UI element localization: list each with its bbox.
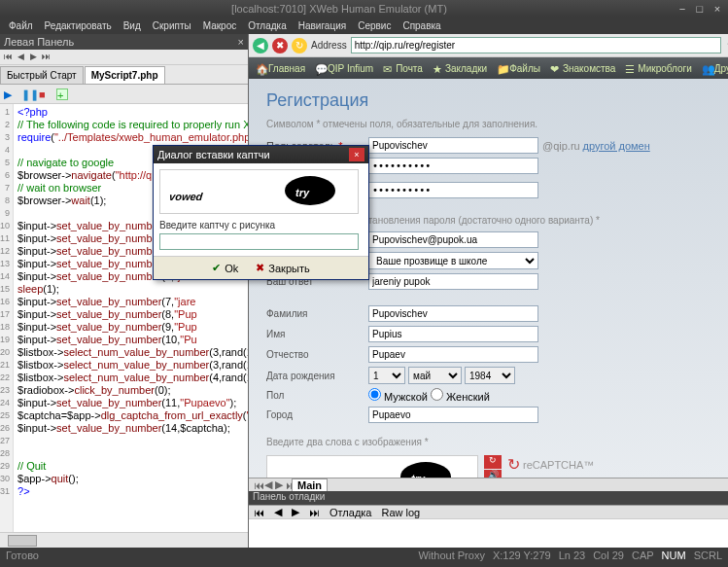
sex-m-radio[interactable] — [368, 388, 381, 401]
status-cap: CAP — [632, 549, 654, 561]
nav-tab-0[interactable]: 🏠Главная — [253, 61, 308, 76]
dialog-label: Введите каптчу с рисунка — [159, 220, 363, 230]
tab-main[interactable]: Main — [292, 478, 328, 492]
stop-icon[interactable]: ■ — [39, 89, 51, 100]
h-scrollbar[interactable] — [0, 532, 248, 548]
editor-tab-1[interactable]: MyScript7.php — [85, 66, 165, 84]
window-title: [localhost:7010] XWeb Human Emulator (MT… — [4, 3, 675, 15]
editor-tab-0[interactable]: Быстрый Старт — [0, 66, 84, 84]
browser-tabs: ⏮◀▶⏭Main — [249, 478, 728, 491]
bt-first-icon[interactable]: ⏮ — [249, 479, 260, 491]
dob-month[interactable]: май — [408, 367, 462, 384]
menu-Макрос[interactable]: Макрос — [198, 18, 242, 33]
menu-Сервис[interactable]: Сервис — [353, 18, 396, 33]
other-domain-link[interactable]: другой домен — [582, 140, 649, 152]
nav-tab-6[interactable]: ☰Микроблоги — [622, 61, 694, 76]
run-icon[interactable]: ▶ — [4, 89, 16, 100]
max-icon[interactable]: □ — [693, 3, 707, 15]
nav-first-icon[interactable]: ⏮ — [2, 52, 14, 63]
answer-input[interactable] — [368, 273, 538, 290]
menu-Редактировать[interactable]: Редактировать — [40, 18, 117, 33]
menubar: ФайлРедактироватьВидСкриптыМакросОтладка… — [0, 17, 728, 34]
status-scrl: SCRL — [694, 549, 722, 561]
nav-tab-7[interactable]: 👥Друзья — [699, 61, 728, 76]
form-note: Символом * отмечены поля, обязательные д… — [266, 119, 728, 129]
lastname-label: Фамилия — [266, 308, 368, 319]
bt-next-icon[interactable]: ▶ — [270, 478, 281, 491]
svg-point-4 — [285, 176, 335, 205]
stop-load-icon[interactable]: ✖ — [272, 38, 288, 53]
dialog-cancel-button[interactable]: ✖Закрыть — [256, 262, 309, 274]
status-pos: X:129 Y:279 — [493, 549, 551, 561]
editor-tabs: Быстрый СтартMyScript7.php — [0, 65, 248, 85]
dialog-captcha-image: vowedtry — [159, 169, 359, 214]
close-icon[interactable]: × — [711, 3, 724, 15]
page-title: Регистрация — [266, 90, 728, 111]
pass-input[interactable] — [368, 158, 538, 174]
menu-Скрипты[interactable]: Скрипты — [148, 18, 196, 33]
dob-day[interactable]: 1 — [368, 367, 405, 384]
nav-tab-5[interactable]: ❤Знакомства — [547, 61, 618, 76]
city-label: Город — [266, 409, 368, 420]
nav-prev-icon[interactable]: ◀ — [15, 52, 26, 63]
status-ready: Готово — [6, 549, 39, 561]
secret-select[interactable]: Ваше прозвище в школе — [368, 252, 538, 269]
svg-text:try: try — [295, 187, 310, 198]
menu-Файл[interactable]: Файл — [4, 18, 38, 33]
panel-close-icon[interactable]: × — [238, 36, 244, 48]
min-icon[interactable]: − — [676, 3, 689, 15]
menu-Навигация[interactable]: Навигация — [294, 18, 351, 33]
titlebar: [localhost:7010] XWeb Human Emulator (MT… — [0, 0, 728, 17]
dialog-ok-button[interactable]: ✔Ok — [212, 262, 238, 274]
email-input[interactable] — [368, 231, 538, 248]
dialog-close-icon[interactable]: × — [349, 148, 364, 161]
dob-label: Дата рождения — [266, 371, 368, 381]
menu-Справка[interactable]: Справка — [398, 18, 445, 33]
dob-year[interactable]: 1984 — [465, 367, 515, 384]
captcha-label: Введите два слова с изображения * — [266, 437, 728, 447]
status-ln: Ln 23 — [559, 549, 586, 561]
status-col: Col 29 — [593, 549, 624, 561]
nav-tab-3[interactable]: ★Закладки — [430, 61, 490, 76]
captcha-image: vowedtry — [266, 455, 478, 478]
middle-label: Отчество — [266, 349, 368, 360]
user-input[interactable] — [368, 137, 538, 154]
captcha-dialog: Диалог вставки каптчи× vowedtry Введите … — [153, 145, 369, 280]
menu-Отладка[interactable]: Отладка — [243, 18, 292, 33]
nav-last-icon[interactable]: ⏭ — [40, 52, 52, 63]
status-num: NUM — [662, 549, 686, 561]
middle-input[interactable] — [368, 346, 538, 363]
sex-label: Пол — [266, 390, 368, 401]
recaptcha-logo: ↻reCAPTCHA™ — [507, 455, 594, 474]
left-panel-header: Левая Панель× — [0, 34, 248, 50]
debug-tab-1[interactable]: Отладка — [325, 507, 376, 518]
dialog-captcha-input[interactable] — [159, 233, 359, 250]
nav-tab-1[interactable]: 💬QIP Infium — [312, 61, 376, 76]
firstname-label: Имя — [266, 329, 368, 339]
bt-last-icon[interactable]: ⏭ — [281, 479, 292, 491]
nav-tab-2[interactable]: ✉Почта — [380, 61, 426, 76]
add-icon[interactable]: + — [56, 89, 68, 100]
lastname-input[interactable] — [368, 305, 538, 322]
address-label: Address — [311, 40, 347, 51]
debug-header: Панель отладки — [249, 491, 728, 505]
bt-prev-icon[interactable]: ◀ — [260, 478, 270, 491]
firstname-input[interactable] — [368, 326, 538, 342]
pause-icon[interactable]: ❚❚ — [21, 89, 33, 100]
svg-text:vowed: vowed — [168, 191, 203, 202]
reload-icon[interactable]: ↻ — [292, 38, 307, 53]
nav-next-icon[interactable]: ▶ — [27, 52, 39, 63]
sex-f-radio[interactable] — [431, 388, 443, 401]
pass2-input[interactable] — [368, 182, 538, 198]
address-input[interactable] — [351, 37, 722, 53]
city-input[interactable] — [368, 407, 538, 423]
debug-tab-2[interactable]: Raw log — [376, 507, 425, 518]
nav-tab-4[interactable]: 📁Файлы — [494, 61, 543, 76]
statusbar: Готово Without Proxy X:129 Y:279 Ln 23 C… — [0, 548, 728, 563]
dialog-title: Диалог вставки каптчи — [157, 149, 270, 160]
site-nav: 🏠Главная💬QIP Infium✉Почта★Закладки📁Файлы… — [249, 57, 728, 79]
back-icon[interactable]: ◀ — [253, 38, 268, 53]
captcha-audio-icon[interactable]: 🔊 — [484, 470, 502, 478]
captcha-refresh-icon[interactable]: ↻ — [484, 455, 502, 469]
menu-Вид[interactable]: Вид — [119, 18, 146, 33]
